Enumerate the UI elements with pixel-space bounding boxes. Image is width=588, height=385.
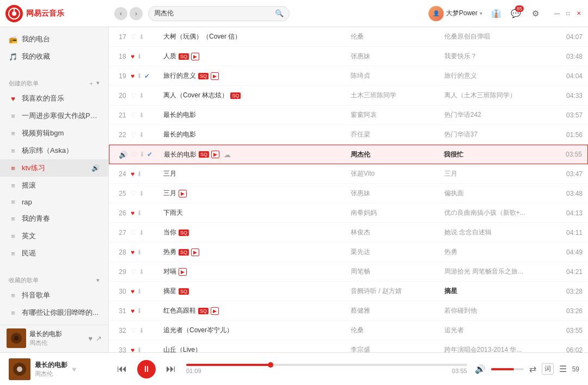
nav-forward-button[interactable]: › — [130, 7, 143, 20]
sidebar-item-radio[interactable]: 📻 我的电台 — [0, 30, 108, 48]
sidebar-item-playlist4[interactable]: ≡ ktv练习 🔊 — [0, 159, 108, 177]
table-row[interactable]: 21 ♡ ⬇ 最长的电影窗窗阿哀热门华语24203:57 — [109, 105, 588, 125]
download-button[interactable]: ⬇ — [139, 190, 144, 197]
like-button[interactable]: ♡ — [131, 151, 137, 158]
download-button[interactable]: ⬇ — [137, 170, 142, 178]
download-button[interactable]: ⬇ — [139, 151, 145, 158]
like-button[interactable]: ♡ — [131, 327, 137, 334]
song-duration: 04:21 — [556, 268, 583, 276]
table-row[interactable]: 19 ♥ ⬇ ✔ 旅行的意义SQ▶陈绮贞旅行的意义04:04 — [109, 66, 588, 86]
sidebar-np-heart-button[interactable]: ♥ — [88, 334, 93, 343]
close-button[interactable]: ✕ — [575, 10, 583, 17]
user-dropdown-icon[interactable]: ▾ — [480, 10, 482, 16]
sidebar-item-playlist2[interactable]: ≡ 视频剪辑bgm — [0, 125, 108, 142]
like-button[interactable]: ♥ — [131, 249, 134, 256]
like-button[interactable]: ♥ — [131, 72, 134, 80]
like-button[interactable]: ♥ — [131, 346, 134, 353]
progress-bar[interactable] — [186, 364, 467, 366]
volume-icon[interactable]: 🔊 — [475, 364, 486, 374]
user-info[interactable]: 👤 大梦Power ▾ — [428, 6, 482, 21]
table-row[interactable]: 33 ♥ ⬇ 山丘（Live）李宗盛跨年演唱会2013-2014 华...06:… — [109, 340, 588, 352]
next-button[interactable]: ⏭ — [163, 362, 179, 377]
like-button[interactable]: ♡ — [131, 92, 137, 100]
download-button[interactable]: ⬇ — [137, 249, 142, 256]
table-row[interactable]: 22 ♡ ⬇ 最长的电影乔任梁热门华语3701:56 — [109, 125, 588, 145]
shuffle-button[interactable]: ⇄ — [529, 364, 536, 374]
sidebar-item-liked[interactable]: ♥ 我喜欢的音乐 — [0, 90, 108, 107]
table-row[interactable]: 25 ♡ ⬇ 三月▶张惠妹偏执面03:48 — [109, 184, 588, 203]
like-button[interactable]: ♡ — [131, 131, 137, 139]
download-button[interactable]: ⬇ — [137, 307, 142, 315]
sidebar-item-playlist6[interactable]: ≡ rap — [0, 194, 108, 210]
table-row[interactable]: 29 ♡ ⬇ 对嗝▶周笔畅周游拾光 周笔畅音乐之旅...04:21 — [109, 262, 588, 282]
download-button[interactable]: ⬇ — [137, 288, 142, 295]
table-row[interactable]: 20 ♡ ⬇ 离人（Cover 林志炫）SQ土木三班陈同学离人（土木三班陈同学）… — [109, 86, 588, 105]
table-row[interactable]: 17 ♡ ⬇ 大树（玩偶）（Cover 信）伦桑伦桑原创自弹唱04:07 — [109, 27, 588, 47]
sidebar-item-playlist7[interactable]: ≡ 我的青春 — [0, 210, 108, 227]
settings-icon-btn[interactable]: ⚙ — [529, 8, 541, 20]
song-album: 若你碰到他 — [444, 306, 556, 315]
add-playlist-icon[interactable]: ＋ — [88, 79, 94, 88]
download-button[interactable]: ⬇ — [137, 209, 142, 217]
collapse-icon[interactable]: ▾ — [96, 79, 100, 88]
search-icon[interactable]: 🔍 — [275, 9, 284, 17]
sidebar-np-share-button[interactable]: ↗ — [96, 334, 102, 343]
like-button[interactable]: ♥ — [131, 307, 134, 315]
sidebar-item-playlist8[interactable]: ≡ 英文 — [0, 227, 108, 245]
download-button[interactable]: ⬇ — [139, 131, 144, 139]
download-button[interactable]: ⬇ — [137, 346, 142, 353]
sidebar-item-playlist5[interactable]: ≡ 摇滚 — [0, 177, 108, 194]
table-row[interactable]: 18 ♥ ⬇ 人质SQ▶张惠妹我要快乐？03:48 — [109, 47, 588, 66]
like-button[interactable]: ♡ — [131, 33, 137, 41]
notification-icon-btn[interactable]: 💬 85 — [510, 8, 522, 20]
sidebar-item-playlist3[interactable]: ≡ 杨宗纬（Aska） — [0, 142, 108, 159]
sidebar-item-playlist1[interactable]: ≡ 一周进步寒假大作战PPT... — [0, 107, 108, 125]
download-button[interactable]: ⬇ — [139, 92, 144, 100]
sidebar-item-playlist9[interactable]: ≡ 民谣 — [0, 245, 108, 262]
table-row[interactable]: 26 ♥ ⬇ 下雨天南拳妈妈优の良曲南搞小孩（新歌+...04:13 — [109, 203, 588, 223]
table-row[interactable]: 32 ♡ ⬇ 追光者（Cover岑宁儿）伦桑追光者03:55 — [109, 321, 588, 340]
search-box[interactable]: 🔍 — [148, 6, 290, 21]
table-row[interactable]: 🔊 ♡ ⬇ ✔ 最长的电影SQ▶☁周杰伦我很忙03:55 — [109, 145, 588, 164]
song-name-text: 最长的电影 — [164, 150, 197, 159]
like-button[interactable]: ♥ — [131, 53, 134, 60]
download-button[interactable]: ⬇ — [139, 33, 144, 41]
table-row[interactable]: 24 ♥ ⬇ 三月张超Vito三月03:47 — [109, 164, 588, 184]
wardrobe-icon-btn[interactable]: 👔 — [490, 8, 502, 20]
like-button[interactable]: ♥ — [131, 209, 134, 217]
download-button[interactable]: ⬇ — [139, 229, 144, 237]
download-button[interactable]: ⬇ — [137, 72, 142, 80]
table-row[interactable]: 27 ♡ ⬇ 当你SQ林俊杰她说 念念自述辑04:11 — [109, 223, 588, 243]
avatar: 👤 — [428, 6, 444, 21]
album-cover[interactable] — [9, 358, 30, 380]
table-row[interactable]: 30 ♥ ⬇ 摘星SQ音阙诗听 / 赵方婧摘星03:28 — [109, 282, 588, 301]
collapse-collected-icon[interactable]: ▾ — [96, 277, 100, 284]
lyrics-button[interactable]: 词 — [542, 363, 554, 375]
play-pause-button[interactable]: ⏸ — [137, 360, 156, 378]
search-input[interactable] — [154, 10, 275, 17]
like-button[interactable]: ♡ — [131, 268, 137, 276]
volume-bar[interactable] — [491, 368, 524, 370]
sidebar-item-collect[interactable]: 🎵 我的收藏 — [0, 48, 108, 65]
like-button[interactable]: ♡ — [131, 190, 137, 197]
table-row[interactable]: 31 ♥ ⬇ 红色高跟鞋SQ▶蔡健雅若你碰到他03:26 — [109, 301, 588, 321]
table-row[interactable]: 28 ♥ ⬇ 热勇SQ▶栗先达热勇04:49 — [109, 243, 588, 262]
download-button[interactable]: ⬇ — [139, 111, 144, 119]
sidebar-item-collect2[interactable]: ≡ 有哪些让你眼泪哗哗的... — [0, 304, 108, 321]
like-button[interactable]: ♡ — [131, 229, 137, 237]
like-button[interactable]: ♡ — [131, 111, 137, 119]
maximize-button[interactable]: □ — [564, 10, 572, 17]
minimize-button[interactable]: — — [553, 10, 561, 17]
download-button[interactable]: ⬇ — [137, 53, 142, 60]
download-button[interactable]: ⬇ — [139, 327, 144, 334]
like-button[interactable]: ♥ — [131, 288, 134, 295]
sidebar-album-thumb[interactable] — [7, 328, 26, 348]
sidebar-item-collect1[interactable]: ≡ 抖音歌单 — [0, 287, 108, 304]
nav-back-button[interactable]: ‹ — [114, 7, 127, 20]
like-button[interactable]: ♥ — [131, 170, 134, 178]
download-button[interactable]: ⬇ — [139, 268, 144, 276]
player-favorite-button[interactable]: ♥ — [72, 365, 76, 374]
playlist-button[interactable]: ☰ — [559, 364, 567, 374]
sidebar-np-info: 最长的电影 周杰伦 — [29, 330, 85, 347]
prev-button[interactable]: ⏮ — [114, 362, 130, 377]
